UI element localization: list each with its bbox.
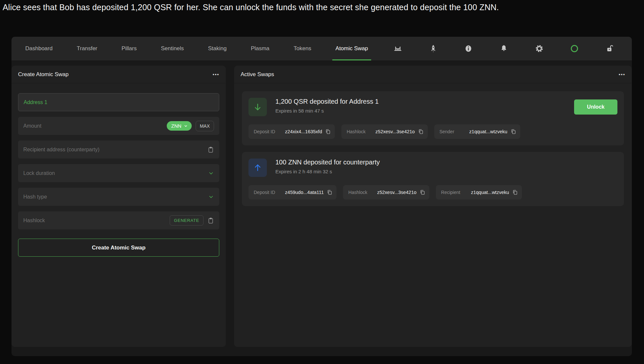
paste-icon[interactable]	[207, 217, 214, 224]
bridge-icon[interactable]	[392, 43, 403, 54]
chevron-down-icon	[184, 124, 188, 128]
hashlock-chip: Hashlock z52xesv...3se421o	[343, 185, 429, 200]
more-options-icon[interactable]: •••	[619, 72, 625, 77]
chip-value: z52xesv...3se421o	[376, 129, 415, 134]
chip-label: Deposit ID	[254, 129, 275, 134]
arrow-down-icon	[248, 98, 267, 116]
recipient-chip: Recipient z1qquat...wtzveku	[436, 185, 522, 200]
navbar: Dashboard Transfer Pillars Sentinels Sta…	[11, 37, 632, 60]
token-select[interactable]: ZNN	[167, 121, 192, 131]
hashlock-input[interactable]	[23, 218, 166, 224]
generate-button[interactable]: GENERATE	[170, 215, 204, 225]
chevron-down-icon	[208, 194, 214, 200]
chip-value: z1qquat...wtzveku	[469, 129, 507, 134]
chip-value: z24xix4...1635xfd	[285, 129, 322, 134]
swaps-list: 1,200 QSR deposited for Address 1 Expire…	[234, 83, 632, 214]
swap-expiry: Expires in 2 h 48 min 32 s	[275, 169, 380, 174]
tab-sentinels[interactable]: Sentinels	[161, 37, 184, 60]
create-swap-header: Create Atomic Swap •••	[11, 66, 226, 83]
info-icon[interactable]	[463, 43, 474, 54]
create-atomic-swap-button[interactable]: Create Atomic Swap	[18, 239, 219, 257]
copy-icon[interactable]	[510, 129, 516, 135]
hash-type-value: Hash type	[23, 194, 204, 200]
swap-title: 1,200 QSR deposited for Address 1	[275, 98, 379, 105]
max-button[interactable]: MAX	[196, 121, 214, 131]
tab-transfer[interactable]: Transfer	[77, 37, 97, 60]
tab-dashboard[interactable]: Dashboard	[25, 37, 53, 60]
create-swap-form: Address 1 ZNN MAX	[11, 83, 226, 229]
chip-label: Sender	[440, 129, 454, 134]
tab-plasma[interactable]: Plasma	[251, 37, 269, 60]
chip-label: Hashlock	[347, 129, 366, 134]
arrow-up-icon	[248, 159, 267, 177]
copy-icon[interactable]	[512, 189, 518, 195]
chip-value: z1qquat...wtzveku	[471, 190, 509, 195]
content-area: Create Atomic Swap ••• Address 1 ZNN MAX	[11, 66, 632, 347]
active-swaps-title: Active Swaps	[241, 71, 274, 78]
swap-title: 100 ZNN deposited for counterparty	[275, 159, 380, 166]
rocket-icon[interactable]	[428, 43, 439, 54]
amount-field: ZNN MAX	[18, 117, 219, 135]
tab-pillars[interactable]: Pillars	[121, 37, 137, 60]
lock-open-icon[interactable]	[604, 43, 615, 54]
lock-duration-select[interactable]: Lock duration	[18, 164, 219, 182]
unlock-button[interactable]: Unlock	[574, 99, 617, 115]
copy-icon[interactable]	[419, 189, 425, 195]
deposit-id-chip: Deposit ID z24xix4...1635xfd	[248, 124, 335, 139]
token-select-value: ZNN	[171, 123, 182, 129]
tab-staking[interactable]: Staking	[208, 37, 227, 60]
copy-icon[interactable]	[418, 129, 424, 135]
recipient-field	[18, 140, 219, 159]
chip-value: z52xesv...3se421o	[377, 190, 417, 195]
chevron-down-icon	[208, 170, 214, 176]
wallet-window: Dashboard Transfer Pillars Sentinels Sta…	[11, 37, 632, 356]
copy-icon[interactable]	[327, 189, 333, 195]
scenario-caption: Alice sees that Bob has deposited 1,200 …	[3, 3, 641, 12]
create-swap-title: Create Atomic Swap	[18, 71, 69, 78]
settings-icon[interactable]	[534, 43, 545, 54]
hashlock-field: GENERATE	[18, 211, 219, 229]
deposit-id-chip: Deposit ID z459udo...4ata111	[248, 185, 336, 200]
swap-item-outgoing: 100 ZNN deposited for counterparty Expir…	[242, 152, 624, 206]
bell-icon[interactable]	[498, 43, 509, 54]
sender-chip: Sender z1qquat...wtzveku	[434, 124, 520, 139]
lock-duration-value: Lock duration	[23, 170, 204, 176]
chip-label: Hashlock	[348, 190, 367, 195]
more-options-icon[interactable]: •••	[213, 72, 219, 77]
chip-label: Deposit ID	[254, 190, 275, 195]
recipient-input[interactable]	[23, 147, 204, 153]
hash-type-select[interactable]: Hash type	[18, 188, 219, 206]
tab-atomic-swap[interactable]: Atomic Swap	[335, 37, 368, 60]
sync-status-icon[interactable]	[569, 43, 580, 54]
active-swaps-header: Active Swaps •••	[234, 66, 632, 83]
swap-item-incoming: 1,200 QSR deposited for Address 1 Expire…	[242, 91, 624, 145]
address-select-value: Address 1	[24, 99, 214, 105]
active-swaps-card: Active Swaps ••• 1,200 QSR deposited for…	[234, 66, 632, 347]
tab-tokens[interactable]: Tokens	[294, 37, 311, 60]
amount-input[interactable]	[23, 123, 163, 129]
hashlock-chip: Hashlock z52xesv...3se421o	[341, 124, 427, 139]
chip-value: z459udo...4ata111	[285, 190, 324, 195]
create-atomic-swap-card: Create Atomic Swap ••• Address 1 ZNN MAX	[11, 66, 226, 347]
chip-label: Recipient	[441, 190, 460, 195]
paste-icon[interactable]	[207, 146, 214, 153]
swap-expiry: Expires in 58 min 47 s	[275, 108, 379, 114]
copy-icon[interactable]	[325, 129, 331, 135]
address-select[interactable]: Address 1	[18, 93, 219, 111]
